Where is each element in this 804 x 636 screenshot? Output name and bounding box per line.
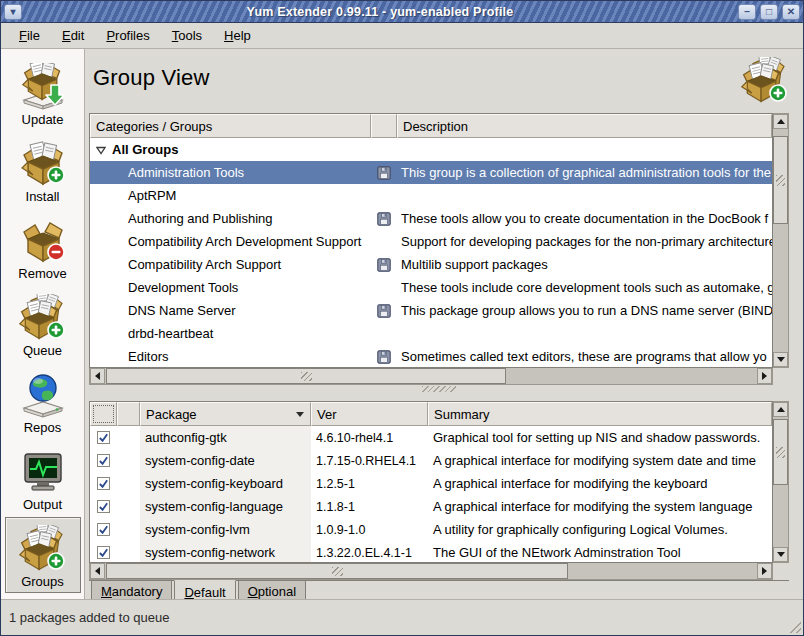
package-row[interactable]: authconfig-gtk 4.6.10-rhel4.1 Graphical … xyxy=(90,426,772,449)
minimize-icon: – xyxy=(744,7,750,17)
floppy-disk-icon xyxy=(377,304,391,318)
sidebar-item-label: Repos xyxy=(24,420,62,435)
package-row[interactable]: system-config-language 1.1.8-1 A graphic… xyxy=(90,495,772,518)
maximize-icon: □ xyxy=(766,7,772,17)
floppy-disk-icon xyxy=(377,166,391,180)
group-row[interactable]: drbd-heartbeat xyxy=(90,322,772,345)
sidebar-item-output[interactable]: Output xyxy=(5,440,81,516)
column-header-blank[interactable] xyxy=(117,402,140,426)
scrollbar-thumb[interactable] xyxy=(773,136,788,224)
sidebar-item-label: Output xyxy=(23,497,62,512)
package-row[interactable]: system-config-keyboard 1.2.5-1 A graphic… xyxy=(90,472,772,495)
sidebar-item-label: Install xyxy=(26,189,60,204)
scroll-up-arrow-icon[interactable] xyxy=(773,114,788,129)
sidebar-item-queue[interactable]: Queue xyxy=(5,286,81,362)
package-row[interactable]: system-config-date 1.7.15-0.RHEL4.1 A gr… xyxy=(90,449,772,472)
scrollbar-thumb[interactable] xyxy=(773,419,788,485)
package-row[interactable]: system-config-lvm 1.0.9-1.0 A utility fo… xyxy=(90,518,772,541)
group-row[interactable]: AptRPM xyxy=(90,184,772,207)
sidebar-item-remove[interactable]: Remove xyxy=(5,209,81,285)
close-icon: ✕ xyxy=(787,7,795,17)
sidebar-item-update[interactable]: Update xyxy=(5,55,81,131)
sidebar-item-repos[interactable]: Repos xyxy=(5,363,81,439)
chevron-down-icon: ▾ xyxy=(10,7,15,17)
column-header-select-all[interactable] xyxy=(90,402,117,426)
scroll-left-arrow-icon[interactable] xyxy=(90,368,105,384)
scrollbar-thumb[interactable] xyxy=(106,368,506,384)
group-tree-panel: Categories / Groups Description All Grou… xyxy=(89,113,789,385)
resize-grip[interactable] xyxy=(787,619,801,633)
output-monitor-icon xyxy=(19,448,67,496)
scroll-up-arrow-icon[interactable] xyxy=(773,402,788,417)
menubar: File Edit Profiles Tools Help xyxy=(1,23,803,49)
package-row[interactable]: system-config-network 1.3.22.0.EL.4.1-1 … xyxy=(90,541,772,562)
group-root-row[interactable]: All Groups xyxy=(90,138,772,161)
package-notebook: Package Ver Summary xyxy=(89,401,789,606)
package-checkbox[interactable] xyxy=(97,523,110,536)
install-box-icon xyxy=(19,140,67,188)
close-button[interactable]: ✕ xyxy=(782,4,800,20)
remove-box-icon xyxy=(19,217,67,265)
group-horizontal-scrollbar[interactable] xyxy=(89,368,773,385)
package-vertical-scrollbar[interactable] xyxy=(773,401,789,563)
package-checkbox[interactable] xyxy=(97,546,110,559)
column-header-package[interactable]: Package xyxy=(140,402,311,426)
column-header-summary[interactable]: Summary xyxy=(428,402,772,426)
sidebar-item-label: Groups xyxy=(21,574,64,589)
maximize-button[interactable]: □ xyxy=(760,4,778,20)
group-row[interactable]: Editors Sometimes called text editors, t… xyxy=(90,345,772,367)
column-header-group-icon[interactable] xyxy=(371,114,397,138)
scroll-down-arrow-icon[interactable] xyxy=(773,352,788,367)
scrollbar-thumb[interactable] xyxy=(106,563,568,579)
sidebar-item-label: Remove xyxy=(18,266,66,281)
status-text: 1 packages added to queue xyxy=(9,610,169,625)
menu-tools[interactable]: Tools xyxy=(162,24,212,47)
package-horizontal-scrollbar[interactable] xyxy=(89,563,773,580)
column-header-description[interactable]: Description xyxy=(397,114,772,138)
menu-file[interactable]: File xyxy=(9,24,50,47)
package-checkbox[interactable] xyxy=(97,477,110,490)
group-row[interactable]: Compatibility Arch Development Support S… xyxy=(90,230,772,253)
scroll-left-arrow-icon[interactable] xyxy=(90,563,105,579)
package-checkbox[interactable] xyxy=(97,500,110,513)
group-row[interactable]: Authoring and Publishing These tools all… xyxy=(90,207,772,230)
pane-splitter[interactable] xyxy=(89,385,789,393)
checkmark-icon xyxy=(98,478,109,490)
group-vertical-scrollbar[interactable] xyxy=(773,113,789,368)
scroll-right-arrow-icon[interactable] xyxy=(757,563,772,579)
column-header-ver[interactable]: Ver xyxy=(311,402,428,426)
menu-help[interactable]: Help xyxy=(214,24,261,47)
sidebar-item-label: Queue xyxy=(23,343,62,358)
sidebar-item-install[interactable]: Install xyxy=(5,132,81,208)
checkmark-icon xyxy=(98,501,109,513)
package-checkbox[interactable] xyxy=(97,431,110,444)
sidebar-item-groups[interactable]: Groups xyxy=(5,517,81,593)
sidebar-item-label: Update xyxy=(22,112,64,127)
scroll-right-arrow-icon[interactable] xyxy=(757,368,772,384)
scroll-down-arrow-icon[interactable] xyxy=(773,547,788,562)
window-menu-button[interactable]: ▾ xyxy=(4,4,22,20)
window-title: Yum Extender 0.99.11 - yum-enabled Profi… xyxy=(26,5,734,19)
column-header-categories-groups[interactable]: Categories / Groups xyxy=(90,114,371,138)
checkmark-icon xyxy=(98,547,109,559)
sidebar: Update Install Remove xyxy=(1,49,85,599)
package-checkbox[interactable] xyxy=(97,454,110,467)
package-list: authconfig-gtk 4.6.10-rhel4.1 Graphical … xyxy=(90,426,772,562)
menu-profiles[interactable]: Profiles xyxy=(96,24,159,47)
floppy-disk-icon xyxy=(377,350,391,364)
titlebar[interactable]: ▾ Yum Extender 0.99.11 - yum-enabled Pro… xyxy=(1,1,803,23)
group-row[interactable]: Administration Tools This group is a col… xyxy=(90,161,772,184)
checkmark-icon xyxy=(98,432,109,444)
group-row[interactable]: DNS Name Server This package group allow… xyxy=(90,299,772,322)
minimize-button[interactable]: – xyxy=(738,4,756,20)
update-box-icon xyxy=(19,63,67,111)
group-row[interactable]: Development Tools These tools include co… xyxy=(90,276,772,299)
menu-edit[interactable]: Edit xyxy=(52,24,94,47)
sort-descending-icon xyxy=(295,411,305,418)
statusbar: 1 packages added to queue xyxy=(1,599,803,635)
checkmark-icon xyxy=(98,524,109,536)
floppy-disk-icon xyxy=(377,212,391,226)
main-panel: Group View Categories / Groups xyxy=(85,49,803,599)
expander-triangle-icon[interactable] xyxy=(96,145,106,155)
group-row[interactable]: Compatibility Arch Support Multilib supp… xyxy=(90,253,772,276)
